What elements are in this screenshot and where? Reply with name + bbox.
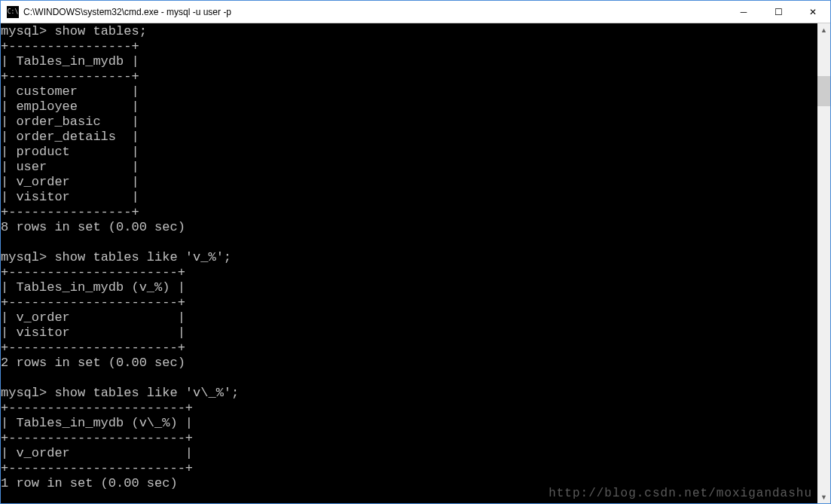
window-controls: ─ ☐ ✕ — [726, 1, 830, 23]
table1-row-order_details: | order_details | — [1, 130, 139, 144]
console-output[interactable]: mysql> show tables; +----------------+ |… — [1, 23, 817, 503]
table2-sep-bottom: +----------------------+ — [1, 341, 185, 355]
status-2: 2 rows in set (0.00 sec) — [1, 356, 185, 370]
status-1: 8 rows in set (0.00 sec) — [1, 220, 185, 234]
mysql-prompt: mysql> — [1, 250, 47, 264]
maximize-button[interactable]: ☐ — [761, 1, 796, 23]
command-1: show tables; — [54, 24, 146, 38]
table1-sep-bottom: +----------------+ — [1, 205, 139, 219]
table1-sep-top: +----------------+ — [1, 39, 139, 53]
table2-header: | Tables_in_mydb (v_%) | — [1, 280, 185, 295]
table2-row-v_order: | v_order | — [1, 310, 185, 325]
mysql-prompt: mysql> — [1, 386, 47, 400]
table1-row-user: | user | — [1, 160, 139, 174]
status-3: 1 row in set (0.00 sec) — [1, 476, 178, 490]
table3-row-v_order: | v_order | — [1, 446, 193, 460]
table1-row-product: | product | — [1, 145, 139, 159]
table1-row-employee: | employee | — [1, 99, 139, 114]
table3-sep-top: +-----------------------+ — [1, 401, 193, 415]
console-area: mysql> show tables; +----------------+ |… — [1, 23, 830, 503]
minimize-button[interactable]: ─ — [726, 1, 761, 23]
table1-row-visitor: | visitor | — [1, 190, 139, 204]
scroll-thumb[interactable] — [817, 76, 830, 106]
command-3: show tables like 'v\_%'; — [54, 386, 239, 400]
command-2: show tables like 'v_%'; — [54, 250, 231, 264]
close-button[interactable]: ✕ — [796, 1, 830, 23]
table2-sep-mid: +----------------------+ — [1, 295, 185, 310]
scroll-down-icon[interactable]: ▼ — [817, 490, 830, 503]
table3-sep-mid: +-----------------------+ — [1, 431, 193, 445]
window-title: C:\WINDOWS\system32\cmd.exe - mysql -u u… — [23, 7, 726, 17]
cmd-icon: C:\ — [7, 6, 19, 18]
mysql-prompt: mysql> — [1, 24, 47, 38]
table3-sep-bottom: +-----------------------+ — [1, 461, 193, 475]
table3-header: | Tables_in_mydb (v\_%) | — [1, 416, 193, 430]
vertical-scrollbar[interactable]: ▲ ▼ — [817, 23, 830, 503]
table1-row-order_basic: | order_basic | — [1, 115, 139, 129]
table1-row-v_order: | v_order | — [1, 175, 139, 189]
table2-row-visitor: | visitor | — [1, 325, 185, 340]
table1-header: | Tables_in_mydb | — [1, 54, 139, 69]
cmd-window: C:\ C:\WINDOWS\system32\cmd.exe - mysql … — [0, 0, 831, 504]
table1-row-customer: | customer | — [1, 84, 139, 99]
scroll-up-icon[interactable]: ▲ — [817, 23, 830, 36]
titlebar[interactable]: C:\ C:\WINDOWS\system32\cmd.exe - mysql … — [1, 1, 830, 23]
table1-sep-mid: +----------------+ — [1, 69, 139, 84]
table2-sep-top: +----------------------+ — [1, 265, 185, 279]
